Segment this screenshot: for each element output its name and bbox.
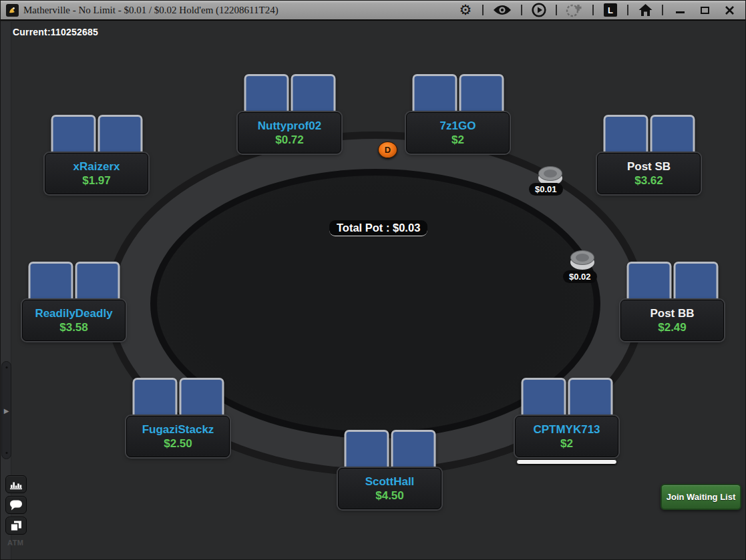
seat-post-bb: Post BB$2.49 xyxy=(620,300,724,341)
eye-icon[interactable] xyxy=(492,2,512,18)
bet-amount: $0.02 xyxy=(563,270,597,283)
settings-icon[interactable]: ⚙ xyxy=(457,2,474,18)
window-title: Matherville - No Limit - $0.01 / $0.02 H… xyxy=(23,5,278,16)
player-pod: xRaizerx$1.97 xyxy=(45,153,148,194)
player-pod: FugaziStackz$2.50 xyxy=(126,416,230,457)
player-stack: $2 xyxy=(560,438,573,449)
titlebar: Matherville - No Limit - $0.01 / $0.02 H… xyxy=(1,1,745,21)
stats-button[interactable] xyxy=(5,475,27,493)
player-name: ReadilyDeadly xyxy=(35,308,112,319)
handle-dot xyxy=(5,452,7,454)
player-pod: ScottHall$4.50 xyxy=(338,468,441,509)
player-name: CPTMYK713 xyxy=(533,424,600,435)
player-stack: $1.97 xyxy=(82,175,111,186)
player-pod: Post BB$2.49 xyxy=(620,300,724,341)
player-stack: $2 xyxy=(451,134,464,146)
poker-table-window: Matherville - No Limit - $0.01 / $0.02 H… xyxy=(0,0,746,560)
player-name: 7z1GO xyxy=(440,120,476,131)
player-stack: $3.58 xyxy=(59,322,88,333)
add-chips-icon xyxy=(566,2,584,18)
home-icon[interactable] xyxy=(637,2,653,18)
separator xyxy=(556,5,557,15)
tile-tables-icon xyxy=(10,521,22,531)
chip xyxy=(570,250,594,270)
app-icon xyxy=(6,4,19,17)
separator xyxy=(482,5,484,15)
seat-nuttyprof02: Nuttyprof02$0.72 xyxy=(238,112,341,154)
player-name: FugaziStackz xyxy=(142,424,214,435)
minimize-button[interactable] xyxy=(672,2,688,18)
player-name: ScottHall xyxy=(365,476,415,487)
player-pod: CPTMYK713$2 xyxy=(515,416,618,457)
join-waiting-list-button[interactable]: Join Waiting List xyxy=(661,484,741,510)
app-logo-icon xyxy=(8,6,17,15)
player-stack: $3.62 xyxy=(634,175,663,186)
seat-post-sb: Post SB$3.62 xyxy=(597,153,701,194)
separator xyxy=(627,5,628,15)
seat-xraizerx: xRaizerx$1.97 xyxy=(45,153,148,194)
separator xyxy=(662,5,663,15)
titlebar-actions: ⚙ xyxy=(457,2,740,18)
chat-icon xyxy=(9,500,23,511)
player-pod: Nuttyprof02$0.72 xyxy=(238,112,341,154)
turn-timer-bar xyxy=(516,459,617,465)
player-name: Post BB xyxy=(650,308,694,319)
replay-icon[interactable] xyxy=(531,2,547,18)
seat-7z1go: 7z1GO$2 xyxy=(406,112,510,154)
handle-dot xyxy=(5,366,7,368)
player-stack: $2.50 xyxy=(164,438,192,449)
player-pod: Post SB$3.62 xyxy=(597,153,701,194)
tile-tables-button[interactable] xyxy=(5,517,27,535)
player-stack: $4.50 xyxy=(375,490,404,501)
lobby-icon[interactable]: L xyxy=(602,2,618,18)
panel-expand-handle[interactable]: ▶ xyxy=(1,361,11,459)
close-button[interactable] xyxy=(721,2,737,18)
player-name: xRaizerx xyxy=(73,161,120,172)
atm-label: ATM xyxy=(7,539,24,547)
player-pod: ReadilyDeadly$3.58 xyxy=(22,300,126,341)
seat-scotthall: ScottHall$4.50 xyxy=(338,468,441,509)
stats-icon xyxy=(9,479,23,490)
total-pot-label: Total Pot : $0.03 xyxy=(329,220,427,236)
dealer-button: D xyxy=(378,142,397,158)
expand-arrow-icon: ▶ xyxy=(4,406,9,414)
player-stack: $2.49 xyxy=(658,322,687,333)
player-pod: 7z1GO$2 xyxy=(406,112,510,154)
separator xyxy=(521,5,522,15)
chat-button[interactable] xyxy=(5,496,27,514)
maximize-button[interactable] xyxy=(697,2,713,18)
player-name: Nuttyprof02 xyxy=(258,120,321,131)
seat-fugazistackz: FugaziStackz$2.50 xyxy=(126,416,230,457)
player-stack: $0.72 xyxy=(275,134,304,146)
current-hand-id: Current:110252685 xyxy=(13,27,98,37)
bet-amount: $0.01 xyxy=(529,183,563,196)
seat-readilydeadly: ReadilyDeadly$3.58 xyxy=(22,300,126,341)
separator xyxy=(592,5,594,15)
player-name: Post SB xyxy=(627,161,671,172)
seat-cptmyk713: CPTMYK713$2 xyxy=(515,416,618,457)
